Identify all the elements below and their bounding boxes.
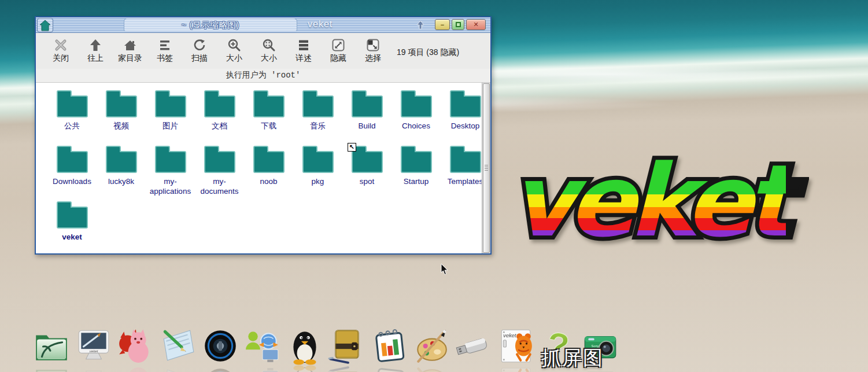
folder-icon: ↖ (106, 151, 137, 173)
path-tab[interactable]: ~ (显示缩略图) (124, 18, 297, 32)
folder-label: 下载 (261, 121, 276, 131)
toolbar-button-details[interactable]: 详述 (287, 36, 320, 65)
folder-item-公共[interactable]: ↖ 公共 (47, 89, 97, 142)
toolbar-button-zoom-auto[interactable]: 大小 (252, 36, 286, 65)
dock-usb-drive-icon[interactable] (455, 327, 493, 365)
svg-text:veket: veket (503, 333, 516, 338)
folder-item-Build[interactable]: ↖ Build (342, 89, 391, 142)
folder-item-Downloads[interactable]: ↖ Downloads (47, 144, 97, 197)
folder-label: Desktop (451, 121, 480, 131)
scrollbar-grip (485, 165, 488, 172)
dock-desktop-monitor-icon[interactable]: veket (75, 327, 113, 365)
folder-icon: ↖ (401, 151, 432, 173)
dock-text-editor-icon[interactable] (159, 327, 197, 365)
folder-item-noob[interactable]: ↖ noob (244, 144, 293, 197)
zoom-auto-icon (262, 38, 276, 53)
folder-label: lucky8k (108, 177, 134, 187)
folder-icon: ↖ (352, 151, 383, 173)
folder-item-pkg[interactable]: ↖ pkg (293, 144, 342, 197)
toolbar-button-zoom-in[interactable]: 大小 (217, 36, 251, 65)
dock-veket-package-icon[interactable]: veket (497, 327, 535, 365)
folder-label: Templates (448, 177, 483, 187)
toolbar-button-bookmarks[interactable]: 书签 (148, 36, 182, 65)
folder-label: 公共 (64, 121, 80, 131)
dock-office-chart-icon[interactable] (370, 327, 408, 365)
folder-label: 图片 (162, 121, 178, 131)
dock-tux-penguin-icon[interactable] (286, 327, 324, 365)
home-icon[interactable] (37, 18, 53, 32)
folder-label: Downloads (53, 177, 91, 187)
folder-icon: ↖ (253, 95, 285, 117)
titlebar[interactable]: ~ (显示缩略图) veket − ✕ (36, 17, 490, 33)
folder-icon: ↖ (106, 95, 137, 117)
veket-logo-fill: veket (510, 152, 786, 251)
folder-label: 音乐 (310, 121, 326, 131)
folder-item-Choices[interactable]: ↖ Choices (391, 89, 441, 142)
folder-item-veket[interactable]: ↖ veket (47, 200, 97, 253)
window-title: veket (308, 19, 333, 30)
folder-item-文档[interactable]: ↖ 文档 (195, 89, 244, 142)
file-view[interactable]: ↖ 公共 ↖ 视频 ↖ 图片 ↖ 文档 ↖ 下 (36, 83, 490, 253)
folder-icon: ↖ (450, 151, 481, 173)
folder-item-spot[interactable]: ↖ spot (342, 144, 391, 197)
up-arrow-icon (88, 38, 102, 53)
folder-item-图片[interactable]: ↖ 图片 (146, 89, 195, 142)
vertical-scrollbar[interactable] (482, 83, 490, 253)
toolbar-button-hidden[interactable]: 隐藏 (322, 36, 355, 65)
toolbar-button-close-x[interactable]: 关闭 (44, 36, 77, 65)
minimize-button[interactable]: − (435, 19, 450, 30)
dock-file-manager-icon[interactable] (32, 327, 71, 365)
symlink-badge: ↖ (348, 143, 356, 152)
item-count: 19 项目 (38 隐藏) (397, 47, 459, 58)
zoom-in-icon (227, 38, 241, 53)
scrollbar-thumb[interactable] (483, 83, 490, 253)
dock-network-chat-icon[interactable] (243, 327, 282, 365)
toolbar-button-rescan[interactable]: 扫描 (183, 36, 216, 65)
select-icon (366, 38, 380, 53)
folder-icon: ↖ (401, 95, 432, 117)
toolbar-button-up-arrow[interactable]: 往上 (79, 36, 112, 65)
dock-audio-speaker-icon[interactable] (201, 327, 239, 365)
folder-icon: ↖ (450, 95, 481, 117)
folder-label: Startup (404, 177, 429, 187)
hidden-icon (331, 38, 345, 53)
toolbar-button-home[interactable]: 家目录 (113, 36, 147, 65)
folder-icon: ↖ (204, 151, 235, 173)
folder-icon: ↖ (57, 95, 88, 117)
folder-icon: ↖ (57, 207, 88, 229)
dock-paint-palette-icon[interactable] (412, 327, 450, 365)
maximize-button[interactable] (452, 19, 464, 30)
screenshot-tool-label: 抓屏图 (541, 345, 604, 371)
folder-label: 文档 (212, 121, 227, 131)
house-arrow-icon (39, 20, 51, 31)
dock-pink-cat-browser-icon[interactable] (117, 327, 155, 365)
folder-item-my-applications[interactable]: ↖ my-applications (146, 144, 195, 197)
folder-icon: ↖ (204, 95, 235, 117)
folder-icon: ↖ (57, 151, 88, 173)
folder-label: pkg (312, 177, 324, 187)
bookmarks-icon (158, 38, 172, 53)
shade-arrow-icon (417, 21, 424, 29)
toolbar: 关闭 往上 家目录 书签 扫描 大小 大小 (36, 33, 490, 69)
folder-icon: ↖ (352, 95, 383, 117)
folder-icon: ↖ (155, 95, 186, 117)
folder-icon: ↖ (302, 95, 334, 117)
folder-label: spot (360, 177, 375, 187)
folder-icon: ↖ (253, 151, 285, 173)
folder-item-视频[interactable]: ↖ 视频 (97, 89, 146, 142)
shade-button[interactable] (415, 20, 426, 30)
folder-item-音乐[interactable]: ↖ 音乐 (293, 89, 342, 142)
folder-item-Startup[interactable]: ↖ Startup (391, 144, 441, 197)
dock: veket veket ? Sony (32, 327, 619, 365)
folder-item-lucky8k[interactable]: ↖ lucky8k (97, 144, 146, 197)
folder-label: 视频 (113, 121, 129, 131)
folder-label: my-applications (147, 177, 194, 197)
dock-golden-book-icon[interactable] (328, 327, 366, 365)
folder-item-my-documents[interactable]: ↖ my-documents (195, 144, 244, 197)
details-icon (297, 38, 311, 53)
folder-grid: ↖ 公共 ↖ 视频 ↖ 图片 ↖ 文档 ↖ 下 (36, 83, 490, 253)
run-as-user-bar: 执行用户为 'root' (36, 69, 490, 83)
folder-item-下载[interactable]: ↖ 下载 (244, 89, 293, 142)
toolbar-button-select[interactable]: 选择 (356, 36, 390, 65)
close-button[interactable]: ✕ (466, 19, 486, 30)
